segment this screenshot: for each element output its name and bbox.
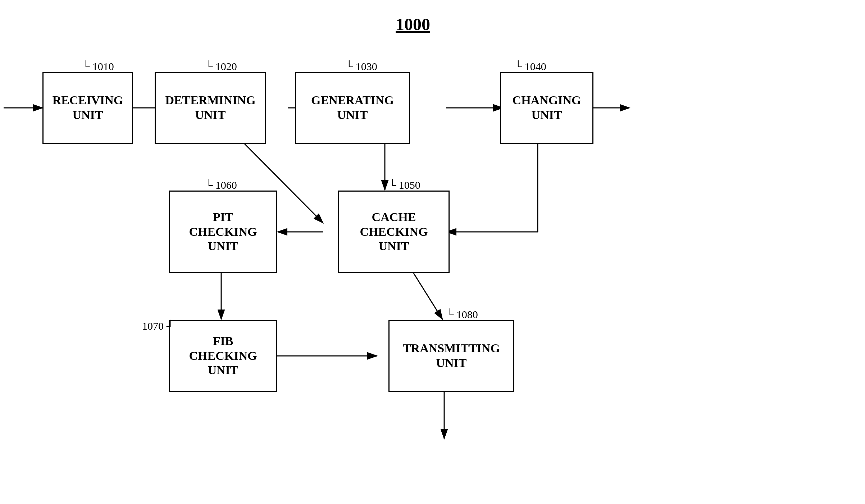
box-pit-label: PITCHECKINGUNIT (189, 210, 257, 254)
box-cache-label: CACHECHECKINGUNIT (360, 210, 428, 254)
ref-cache: └ 1050 (388, 179, 420, 191)
box-pit: PITCHECKINGUNIT (169, 191, 277, 273)
ref-generating: └ 1030 (345, 60, 377, 73)
diagram-title: 1000 (396, 14, 430, 34)
ref-receiving: └ 1010 (82, 60, 114, 73)
box-generating: GENERATINGUNIT (295, 72, 410, 144)
box-cache: CACHECHECKINGUNIT (338, 191, 450, 273)
box-transmitting: TRANSMITTINGUNIT (388, 320, 514, 392)
diagram-container: 1000 RECEIVINGUNIT └ 1010 DETERMININGUNI… (0, 0, 865, 504)
ref-determining: └ 1020 (205, 60, 237, 73)
box-determining: DETERMININGUNIT (155, 72, 266, 144)
box-changing-label: CHANGINGUNIT (513, 93, 581, 123)
box-receiving: RECEIVINGUNIT (42, 72, 133, 144)
ref-pit: └ 1060 (205, 179, 237, 191)
ref-changing: └ 1040 (514, 60, 546, 73)
box-fib-label: FIBCHECKINGUNIT (189, 334, 257, 378)
ref-fib: 1070 ┘ (142, 320, 174, 332)
box-transmitting-label: TRANSMITTINGUNIT (403, 341, 500, 371)
box-determining-label: DETERMININGUNIT (165, 93, 255, 123)
box-changing: CHANGINGUNIT (500, 72, 593, 144)
ref-transmitting: └ 1080 (446, 308, 478, 321)
box-fib: FIBCHECKINGUNIT (169, 320, 277, 392)
box-generating-label: GENERATINGUNIT (311, 93, 394, 123)
svg-line-14 (414, 273, 442, 319)
box-receiving-label: RECEIVINGUNIT (53, 93, 123, 123)
